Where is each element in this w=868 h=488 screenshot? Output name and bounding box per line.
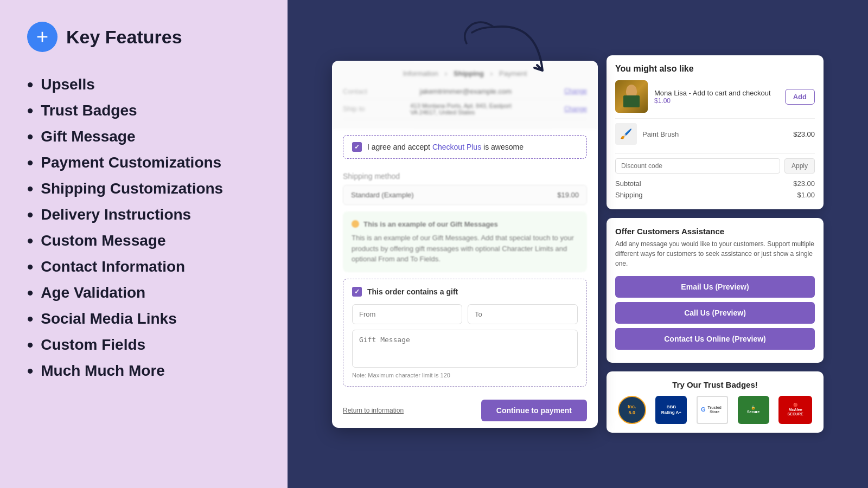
assistance-card: Offer Customers Assistance Add any messa…: [607, 218, 824, 363]
google-badge: G Trusted Store: [697, 396, 728, 424]
gift-order-title: This order contains a gift: [367, 287, 458, 296]
shipping-summary-value: $1.00: [797, 191, 815, 199]
list-item: Upsells: [27, 72, 260, 98]
subtotal-value: $23.00: [793, 179, 815, 188]
list-item: Custom Message: [27, 228, 260, 254]
agree-text: I agree and accept Checkout Plus is awes…: [367, 143, 524, 151]
breadcrumb-information: Information: [403, 69, 438, 78]
return-link[interactable]: Return to information: [343, 407, 404, 414]
list-item: Gift Message: [27, 124, 260, 150]
assistance-title: Offer Customers Assistance: [615, 227, 815, 236]
list-item: Custom Fields: [27, 332, 260, 358]
contact-label: Contact: [343, 87, 367, 95]
upsell-item2-price: $23.00: [793, 130, 815, 138]
shipping-row[interactable]: Standard (Example) $19.00: [343, 185, 587, 205]
trust-card: Try Our Trust Badges! Inc.5.0 BBBRating …: [607, 371, 824, 433]
breadcrumb-payment: Payment: [499, 69, 527, 78]
bbb-badge: BBBRating A+: [655, 396, 687, 424]
shipping-section-title: Shipping method: [343, 172, 587, 181]
breadcrumb-shipping: Shipping: [454, 69, 484, 78]
list-item: Age Validation: [27, 280, 260, 306]
gift-message-textarea[interactable]: [352, 330, 578, 368]
paint-brush-icon: 🖌️: [615, 123, 637, 145]
right-panel: Information › Shipping › Payment Contact…: [288, 0, 868, 488]
plus-icon: [27, 22, 58, 52]
contact-change-link[interactable]: Change: [564, 87, 587, 95]
contact-online-button[interactable]: Contact Us Online (Preview): [615, 328, 815, 350]
secure-checkout-badge: 🔒Secure: [738, 396, 769, 424]
plus-svg: [34, 28, 51, 46]
list-item: Social Media Links: [27, 306, 260, 332]
gift-note: Note: Maximum character limit is 120: [352, 372, 578, 378]
gift-from-input[interactable]: [352, 304, 462, 324]
upsell-item-name: Mona Lisa - Add to cart and checkout: [654, 89, 778, 97]
gift-preview-text: This is an example of our Gift Messages.…: [352, 234, 574, 263]
contact-field-row: Contact jakemtrimmer@example.com Change: [343, 84, 587, 99]
agree-checkbox[interactable]: [352, 142, 362, 152]
upsell-card: You might also like Mona Lisa - Add to c…: [607, 55, 824, 209]
subtotal-row: Subtotal $23.00: [615, 178, 815, 189]
upsell-item-1: Mona Lisa - Add to cart and checkout $1.…: [615, 80, 815, 113]
shipping-option-label: Standard (Example): [351, 191, 414, 199]
contact-value: jakemtrimmer@example.com: [420, 87, 512, 95]
feature-list: Upsells Trust Badges Gift Message Paymen…: [27, 72, 260, 384]
gift-preview-title: This is an example of our Gift Messages: [363, 219, 498, 230]
call-us-button[interactable]: Call Us (Preview): [615, 302, 815, 324]
breadcrumb: Information › Shipping › Payment: [343, 69, 587, 78]
mona-lisa-image: [615, 80, 648, 113]
discount-code-input[interactable]: [615, 158, 780, 174]
gift-order-box: This order contains a gift Note: Maximum…: [343, 279, 587, 387]
upsell-item-2: 🖌️ Paint Brush $23.00: [615, 118, 815, 149]
add-to-cart-button[interactable]: Add: [785, 89, 815, 105]
page-title: Key Features: [66, 27, 182, 48]
upsell-title: You might also like: [615, 64, 815, 74]
subtotal-label: Subtotal: [615, 179, 641, 188]
ship-to-label: Ship to: [343, 105, 365, 113]
apply-discount-button[interactable]: Apply: [784, 158, 815, 174]
continue-button[interactable]: Continue to payment: [481, 400, 587, 421]
list-item: Contact Information: [27, 254, 260, 280]
inc-badge: Inc.5.0: [618, 396, 646, 424]
checkout-bottom: Return to information Continue to paymen…: [332, 393, 598, 428]
list-item: Delivery Instructions: [27, 202, 260, 228]
gift-to-input[interactable]: [468, 304, 578, 324]
gift-preview: This is an example of our Gift Messages …: [343, 211, 587, 272]
checkout-card: Information › Shipping › Payment Contact…: [332, 61, 598, 428]
list-item: Trust Badges: [27, 98, 260, 124]
email-us-button[interactable]: Email Us (Preview): [615, 276, 815, 298]
ship-to-field-row: Ship to 413 Montana Ports, Apt. 843, Eas…: [343, 99, 587, 119]
upsell-item-info: Mona Lisa - Add to cart and checkout $1.…: [654, 89, 778, 105]
gift-order-header: This order contains a gift: [352, 287, 578, 297]
checkout-plus-link[interactable]: Checkout Plus: [432, 143, 481, 151]
upsell-item2-name: Paint Brush: [642, 130, 793, 138]
agree-box[interactable]: I agree and accept Checkout Plus is awes…: [343, 135, 587, 159]
assistance-description: Add any message you would like to your c…: [615, 239, 815, 268]
ship-to-change-link[interactable]: Change: [564, 105, 587, 113]
right-side-panels: You might also like Mona Lisa - Add to c…: [607, 55, 824, 433]
checkout-top: Information › Shipping › Payment Contact…: [332, 61, 598, 129]
gift-from-to: [352, 304, 578, 324]
trust-title: Try Our Trust Badges!: [615, 380, 815, 389]
ship-to-value: 413 Montana Ports, Apt. 843, Eastport VA…: [410, 102, 519, 115]
shipping-summary-row: Shipping $1.00: [615, 189, 815, 201]
left-panel: Key Features Upsells Trust Badges Gift M…: [0, 0, 288, 488]
left-header: Key Features: [27, 22, 260, 52]
trust-badges: Inc.5.0 BBBRating A+ G Trusted Store 🔒Se…: [615, 396, 815, 424]
list-item: Payment Customizations: [27, 150, 260, 176]
shipping-price: $19.00: [557, 191, 579, 199]
list-item: Much Much More: [27, 358, 260, 384]
upsell-item-price: $1.00: [654, 97, 778, 105]
mcafee-badge: 🔴McAfee SECURE: [778, 396, 812, 424]
gift-checkbox[interactable]: [352, 287, 362, 297]
shipping-summary-label: Shipping: [615, 191, 643, 199]
shipping-section: Shipping method Standard (Example) $19.0…: [332, 165, 598, 211]
list-item: Shipping Customizations: [27, 176, 260, 202]
discount-row: Apply: [615, 153, 815, 174]
